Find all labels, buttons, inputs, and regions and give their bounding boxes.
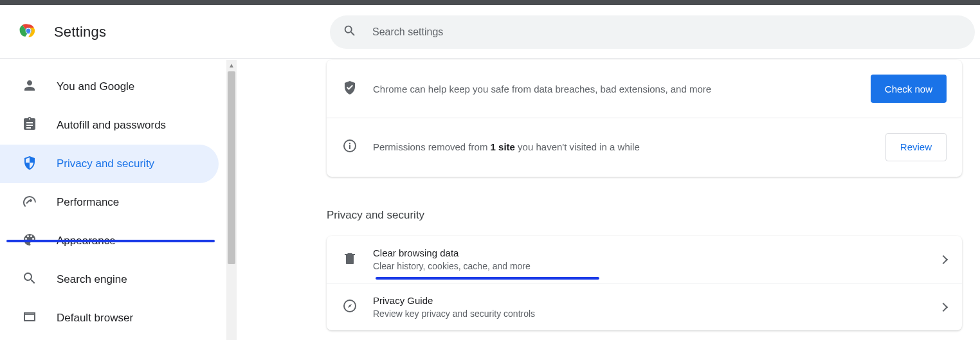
shield-icon — [22, 155, 37, 174]
scroll-thumb[interactable] — [228, 71, 235, 264]
scroll-up-icon[interactable]: ▲ — [226, 62, 237, 69]
speedometer-icon — [22, 193, 37, 212]
section-heading: Privacy and security — [327, 209, 424, 222]
main-content: Chrome can help keep you safe from data … — [237, 60, 980, 340]
sidebar: You and Google Autofill and passwords Pr… — [0, 60, 226, 340]
header-left: Settings — [0, 21, 106, 44]
perm-count: 1 site — [491, 141, 515, 152]
info-icon — [342, 138, 358, 156]
review-button[interactable]: Review — [885, 133, 947, 161]
trash-icon — [342, 251, 358, 269]
check-now-button[interactable]: Check now — [871, 75, 947, 103]
compass-icon — [342, 298, 358, 316]
shield-check-icon — [342, 80, 358, 98]
safety-check-card: Chrome can help keep you safe from data … — [327, 60, 962, 177]
permissions-text: Permissions removed from 1 site you have… — [373, 141, 870, 152]
clear-browsing-data-row[interactable]: Clear browsing data Clear history, cooki… — [327, 236, 962, 283]
person-icon — [22, 78, 37, 96]
list-text: Clear browsing data Clear history, cooki… — [373, 247, 925, 271]
search-icon — [22, 271, 37, 289]
sidebar-item-default-browser[interactable]: Default browser — [0, 299, 219, 337]
sidebar-item-label: You and Google — [57, 80, 134, 93]
sidebar-item-label: Search engine — [57, 273, 127, 286]
chevron-right-icon — [939, 302, 948, 311]
row-title: Privacy Guide — [373, 295, 925, 306]
row-desc: Review key privacy and security controls — [373, 309, 925, 319]
search-wrap — [330, 15, 975, 49]
sidebar-item-performance[interactable]: Performance — [0, 183, 219, 222]
search-input[interactable] — [372, 26, 962, 38]
sidebar-item-search-engine[interactable]: Search engine — [0, 260, 219, 299]
sidebar-item-label: Default browser — [57, 312, 133, 325]
assignment-icon — [22, 116, 37, 135]
browser-chrome-strip — [0, 0, 980, 5]
perm-suffix: you haven't visited in a while — [515, 141, 640, 152]
page-title: Settings — [54, 24, 106, 40]
safety-check-row: Chrome can help keep you safe from data … — [327, 60, 962, 118]
privacy-section-card: Clear browsing data Clear history, cooki… — [327, 236, 962, 330]
sidebar-item-label: Privacy and security — [57, 157, 154, 170]
header: Settings — [0, 5, 980, 59]
annotation-underline — [376, 277, 599, 280]
sidebar-scrollbar[interactable]: ▲ — [226, 60, 237, 340]
sidebar-item-privacy-security[interactable]: Privacy and security — [0, 145, 219, 183]
sidebar-item-autofill[interactable]: Autofill and passwords — [0, 106, 219, 145]
safety-check-text: Chrome can help keep you safe from data … — [373, 84, 855, 94]
annotation-underline — [6, 240, 215, 242]
sidebar-item-you-and-google[interactable]: You and Google — [0, 67, 219, 106]
sidebar-item-label: Autofill and passwords — [57, 119, 166, 132]
chevron-right-icon — [939, 255, 948, 264]
perm-prefix: Permissions removed from — [373, 141, 491, 152]
list-text: Privacy Guide Review key privacy and sec… — [373, 295, 925, 319]
chrome-logo-icon — [18, 21, 39, 44]
row-title: Clear browsing data — [373, 247, 925, 258]
search-bar[interactable] — [330, 15, 975, 49]
browser-icon — [22, 309, 37, 328]
search-icon — [343, 24, 357, 40]
row-desc: Clear history, cookies, cache, and more — [373, 261, 925, 271]
privacy-guide-row[interactable]: Privacy Guide Review key privacy and sec… — [327, 283, 962, 330]
permissions-row: Permissions removed from 1 site you have… — [327, 118, 962, 175]
sidebar-item-label: Performance — [57, 196, 119, 209]
